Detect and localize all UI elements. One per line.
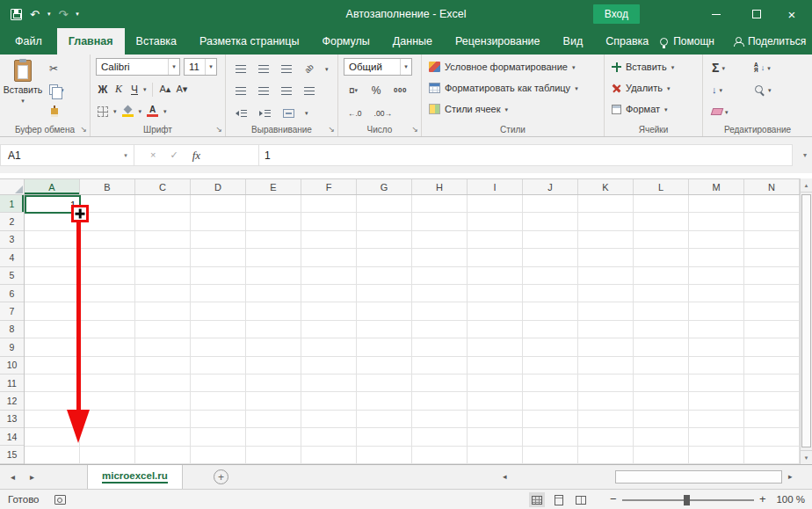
maximize-button[interactable]: [742, 0, 772, 28]
increase-indent-button[interactable]: [257, 105, 272, 121]
orientation-dropdown-icon[interactable]: ▾: [325, 66, 329, 72]
font-size-combo[interactable]: 11 ▾: [184, 58, 217, 76]
number-format-combo[interactable]: Общий ▾: [344, 58, 412, 76]
increase-decimal-button[interactable]: ←.0: [346, 105, 364, 121]
font-family-combo[interactable]: Calibri ▾: [96, 58, 180, 76]
find-select-button[interactable]: ▾: [754, 81, 772, 98]
comma-format-button[interactable]: 000: [392, 82, 409, 98]
autosum-button[interactable]: Σ ▾: [712, 59, 725, 76]
row-header-1[interactable]: 1: [0, 195, 24, 213]
format-as-table-button[interactable]: Форматировать как таблицу ▾: [422, 78, 604, 98]
column-header-D[interactable]: D: [191, 179, 246, 194]
name-box-dropdown-icon[interactable]: ▾: [118, 152, 134, 159]
underline-dropdown-icon[interactable]: ▾: [143, 86, 147, 92]
sheet-tab-microexcel[interactable]: microexcel.ru: [87, 465, 183, 489]
undo-dropdown-icon[interactable]: ▾: [47, 11, 51, 18]
copy-button[interactable]: ▾: [49, 83, 64, 97]
number-dialog-launcher[interactable]: ↘: [411, 126, 418, 134]
column-header-C[interactable]: C: [135, 179, 191, 194]
column-header-E[interactable]: E: [246, 179, 301, 194]
macro-record-button[interactable]: [54, 495, 66, 505]
zoom-level[interactable]: 100 %: [765, 490, 805, 509]
row-header-8[interactable]: 8: [0, 321, 24, 338]
select-all-button[interactable]: [0, 178, 25, 195]
minimize-button[interactable]: [701, 0, 731, 28]
insert-function-button[interactable]: fx: [192, 149, 200, 161]
sign-in-button[interactable]: Вход: [593, 4, 640, 24]
wrap-text-button[interactable]: [302, 83, 316, 99]
delete-cells-button[interactable]: Удалить ▾: [605, 78, 702, 98]
underline-button[interactable]: Ч: [127, 81, 141, 98]
formula-input[interactable]: 1: [259, 144, 793, 166]
row-header-7[interactable]: 7: [0, 302, 24, 320]
save-icon[interactable]: [11, 9, 22, 20]
share-button[interactable]: Поделиться: [734, 35, 806, 47]
sheet-nav-next-icon[interactable]: ▸: [30, 465, 34, 489]
column-header-F[interactable]: F: [301, 179, 357, 194]
fill-color-button[interactable]: [120, 103, 135, 120]
view-normal-button[interactable]: [529, 492, 545, 507]
tab-file[interactable]: Файл: [0, 28, 57, 55]
orientation-button[interactable]: ab: [302, 61, 316, 77]
font-size-dropdown-icon[interactable]: ▾: [205, 59, 216, 75]
percent-format-button[interactable]: %: [369, 82, 383, 98]
vertical-scroll-thumb[interactable]: [801, 194, 811, 447]
grow-font-button[interactable]: А▴: [158, 81, 173, 98]
clipboard-dialog-launcher[interactable]: ↘: [80, 126, 87, 134]
decrease-decimal-button[interactable]: .00→: [373, 105, 394, 121]
column-header-I[interactable]: I: [468, 179, 523, 194]
alignment-dialog-launcher[interactable]: ↘: [328, 126, 335, 134]
row-header-2[interactable]: 2: [0, 213, 24, 230]
tab-Вставка[interactable]: Вставка: [125, 28, 188, 55]
cell-styles-button[interactable]: Стили ячеек ▾: [422, 99, 604, 119]
row-header-3[interactable]: 3: [0, 231, 24, 249]
column-header-M[interactable]: M: [689, 179, 744, 194]
new-sheet-button[interactable]: +: [214, 469, 228, 484]
tab-Вид[interactable]: Вид: [552, 28, 595, 55]
column-header-L[interactable]: L: [634, 179, 689, 194]
zoom-slider-thumb[interactable]: [684, 495, 690, 505]
column-header-G[interactable]: G: [357, 179, 412, 194]
currency-format-button[interactable]: ¤▾: [346, 82, 360, 98]
qat-customize-icon[interactable]: ▾: [76, 11, 79, 18]
font-family-dropdown-icon[interactable]: ▾: [168, 59, 179, 75]
formula-bar-expand-icon[interactable]: ▾: [803, 151, 807, 159]
borders-dropdown-icon[interactable]: ▾: [113, 108, 117, 114]
row-header-4[interactable]: 4: [0, 249, 24, 266]
row-header-14[interactable]: 14: [0, 428, 24, 446]
align-middle-button[interactable]: [257, 61, 271, 77]
zoom-slider[interactable]: [622, 499, 754, 501]
tab-Данные[interactable]: Данные: [381, 28, 444, 55]
conditional-formatting-button[interactable]: Условное форматирование ▾: [422, 57, 604, 76]
align-center-button[interactable]: [257, 83, 271, 99]
tab-Рецензирование[interactable]: Рецензирование: [444, 28, 552, 55]
merge-center-button[interactable]: [281, 105, 296, 121]
borders-button[interactable]: [96, 103, 110, 120]
insert-cells-button[interactable]: Вставить ▾: [605, 57, 702, 76]
format-painter-button[interactable]: [49, 104, 64, 118]
row-header-9[interactable]: 9: [0, 338, 24, 356]
hscroll-left-button[interactable]: ◂: [503, 465, 507, 489]
fill-button[interactable]: ↓ ▾: [712, 81, 722, 98]
view-page-break-button[interactable]: [573, 492, 589, 507]
row-header-13[interactable]: 13: [0, 411, 24, 428]
hscroll-right-button[interactable]: ▸: [788, 465, 793, 489]
font-color-button[interactable]: А: [145, 103, 160, 120]
column-header-N[interactable]: N: [744, 179, 800, 194]
column-header-K[interactable]: K: [578, 179, 634, 194]
clear-button[interactable]: ▾: [712, 103, 729, 120]
row-header-5[interactable]: 5: [0, 267, 24, 285]
row-header-12[interactable]: 12: [0, 392, 24, 410]
tab-Формулы[interactable]: Формулы: [310, 28, 381, 55]
grid-cells[interactable]: [25, 195, 800, 464]
name-box[interactable]: A1 ▾: [0, 144, 134, 166]
tab-Справка[interactable]: Справка: [594, 28, 660, 55]
zoom-out-button[interactable]: −: [610, 490, 617, 509]
number-format-dropdown-icon[interactable]: ▾: [400, 59, 411, 75]
shrink-font-button[interactable]: А▾: [174, 81, 189, 98]
fill-color-dropdown-icon[interactable]: ▾: [139, 108, 142, 114]
align-bottom-button[interactable]: [279, 61, 294, 77]
assistant-button[interactable]: Помощн: [660, 35, 714, 47]
close-button[interactable]: ×: [777, 0, 807, 28]
align-right-button[interactable]: [279, 83, 294, 99]
